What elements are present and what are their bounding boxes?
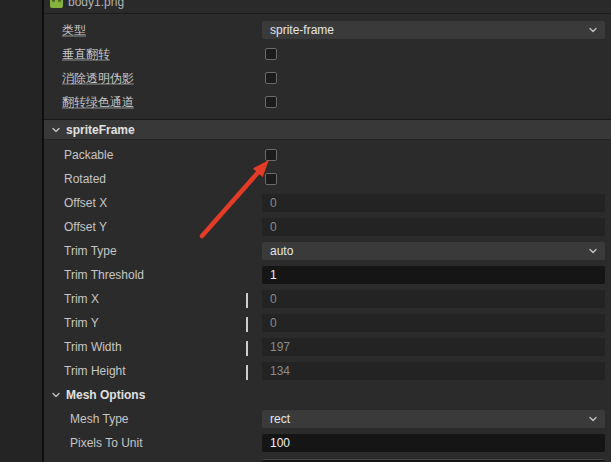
mesh-type-selected-value: rect [262,412,587,426]
property-row-trim-type: Trim Typeauto [44,239,611,263]
trim-width-input [262,338,605,356]
chevron-down-icon [587,413,599,425]
asset-header: body1.png [44,0,611,14]
lock-icon [246,294,255,304]
type-selected-value: sprite-frame [262,23,587,37]
property-row-rotated: Rotated [44,167,611,191]
section-header-mesh-options[interactable]: Mesh Options [44,383,611,407]
offset-y-label: Offset Y [64,220,107,234]
property-row-trim-x: Trim X [44,287,611,311]
property-row-trim-threshold: Trim Threshold [44,263,611,287]
trim-x-input [262,290,605,308]
property-row-type: 类型sprite-frame [44,18,611,42]
asset-inspector: body1.png 类型sprite-frame垂直翻转消除透明伪影翻转绿色通道… [44,0,611,462]
offset-x-input [262,194,605,212]
property-row-flip-green-channel: 翻转绿色通道 [44,90,611,114]
mesh-type-select[interactable]: rect [262,410,605,428]
property-row-flip-vertical: 垂直翻转 [44,42,611,66]
flip-green-channel-label: 翻转绿色通道 [62,94,134,111]
lock-icon [246,342,255,352]
mesh-type-label: Mesh Type [70,412,128,426]
section-title: Mesh Options [66,388,145,402]
property-row-mesh-type: Mesh Typerect [44,407,611,431]
chevron-down-icon [50,124,62,136]
trim-type-select[interactable]: auto [262,242,605,260]
fix-alpha-artifacts-checkbox[interactable] [265,72,277,84]
property-row-trim-width: Trim Width [44,335,611,359]
rotated-checkbox[interactable] [265,173,277,185]
trim-width-label: Trim Width [64,340,122,354]
property-row-trim-height: Trim Height [44,359,611,383]
image-asset-icon [50,0,63,8]
lock-icon [246,366,255,376]
left-gutter [0,0,42,462]
chevron-down-icon [587,24,599,36]
texture-property-rows: 类型sprite-frame垂直翻转消除透明伪影翻转绿色通道 [44,14,611,114]
section-title: spriteFrame [66,123,135,137]
section-header-spriteframe[interactable]: spriteFrame [44,119,611,140]
chevron-down-icon [50,389,62,401]
trim-threshold-label: Trim Threshold [64,268,144,282]
property-row-offset-x: Offset X [44,191,611,215]
property-row-fix-alpha-artifacts: 消除透明伪影 [44,66,611,90]
fix-alpha-artifacts-label: 消除透明伪影 [62,70,134,87]
pixels-to-unit-input[interactable] [262,434,605,452]
property-row-pixels-to-unit: Pixels To Unit [44,431,611,455]
trim-y-input [262,314,605,332]
asset-filename: body1.png [68,0,124,9]
trim-threshold-input[interactable] [262,266,605,284]
inspector-panel: body1.png 类型sprite-frame垂直翻转消除透明伪影翻转绿色通道… [0,0,611,462]
property-row-offset-y: Offset Y [44,215,611,239]
pixels-to-unit-label: Pixels To Unit [70,436,142,450]
offset-x-label: Offset X [64,196,107,210]
packable-label: Packable [64,148,113,162]
flip-vertical-checkbox[interactable] [265,48,277,60]
rotated-label: Rotated [64,172,106,186]
trim-height-label: Trim Height [64,364,126,378]
packable-checkbox[interactable] [265,149,277,161]
chevron-down-icon [587,245,599,257]
property-row-trim-y: Trim Y [44,311,611,335]
trim-height-input [262,362,605,380]
flip-vertical-label: 垂直翻转 [62,46,110,63]
type-select[interactable]: sprite-frame [262,21,605,39]
spriteframe-property-rows: PackableRotatedOffset XOffset YTrim Type… [44,140,611,383]
trim-y-label: Trim Y [64,316,99,330]
mesh-property-rows: Mesh TyperectPixels To Unit [44,407,611,455]
lock-icon [246,318,255,328]
trim-type-selected-value: auto [262,244,587,258]
type-label: 类型 [62,22,86,39]
flip-green-channel-checkbox[interactable] [265,96,277,108]
property-row-packable: Packable [44,143,611,167]
offset-y-input [262,218,605,236]
trim-x-label: Trim X [64,292,99,306]
trim-type-label: Trim Type [64,244,117,258]
